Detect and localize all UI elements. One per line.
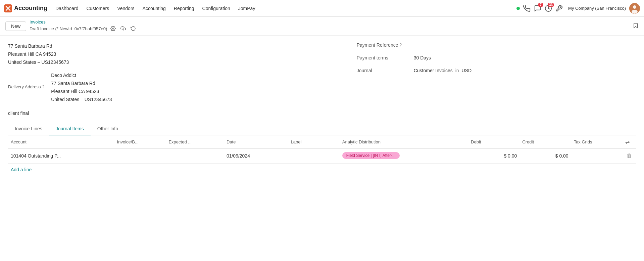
wrench-icon <box>555 5 563 12</box>
undo-icon-btn[interactable] <box>129 25 137 33</box>
phone-icon <box>523 5 531 12</box>
cell-delete[interactable]: 🗑 <box>623 148 636 163</box>
nav-jompay[interactable]: JomPay <box>235 4 259 13</box>
journal-value-group: Customer Invoices in USD <box>414 68 472 73</box>
cell-taxgrids <box>571 148 623 163</box>
journal-name[interactable]: Customer Invoices <box>414 68 453 73</box>
col-header-debit: Debit <box>468 135 519 149</box>
cell-analytic[interactable]: Field Service | [INT] After-... <box>340 148 468 163</box>
top-form-area: 77 Santa Barbara Rd Pleasant Hill CA 945… <box>8 42 636 107</box>
left-form-section: 77 Santa Barbara Rd Pleasant Hill CA 945… <box>8 42 343 107</box>
right-form-section: Payment Reference ? Payment terms 30 Day… <box>357 42 636 107</box>
svg-point-5 <box>112 28 114 29</box>
delivery-name: Deco Addict <box>51 72 112 80</box>
messages-badge: 7 <box>538 3 543 7</box>
online-indicator <box>516 7 520 10</box>
journal-items-panel: Account Invoice/B... Expected ... Date L… <box>8 135 636 176</box>
cell-date[interactable]: 01/09/2024 <box>224 148 288 163</box>
odoo-logo-icon <box>4 4 12 12</box>
company-name[interactable]: My Company (San Francisco) <box>568 6 626 11</box>
analytic-tag[interactable]: Field Service | [INT] After-... <box>342 152 400 159</box>
upload-icon <box>120 26 126 31</box>
activity-icon-btn[interactable]: 33 <box>545 5 552 12</box>
upload-icon-btn[interactable] <box>119 25 127 33</box>
phone-icon-btn[interactable] <box>523 5 531 12</box>
journal-currency[interactable]: USD <box>462 68 472 73</box>
undo-icon <box>131 26 136 31</box>
bookmark-icon[interactable] <box>633 23 639 29</box>
journal-row: Journal Customer Invoices in USD <box>357 68 636 73</box>
svg-point-3 <box>633 5 636 9</box>
settings-gear-icon-btn[interactable] <box>109 25 117 33</box>
fields-grid: Payment Reference ? Payment terms 30 Day… <box>357 42 636 77</box>
col-header-date: Date <box>224 135 288 149</box>
app-name: Accounting <box>14 5 47 12</box>
payment-ref-help-icon[interactable]: ? <box>399 43 402 47</box>
payment-reference-label: Payment Reference ? <box>357 42 407 48</box>
top-navigation: Accounting Dashboard Customers Vendors A… <box>0 0 644 17</box>
cell-credit[interactable]: $ 0.00 <box>519 148 571 163</box>
nav-dashboard[interactable]: Dashboard <box>52 4 82 13</box>
col-header-account: Account <box>8 135 114 149</box>
delete-row-button[interactable]: 🗑 <box>627 153 632 159</box>
delivery-line3: United States – US12345673 <box>51 96 112 104</box>
tab-journal-items[interactable]: Journal Items <box>49 123 91 135</box>
nav-vendors[interactable]: Vendors <box>114 4 138 13</box>
column-adjust-icon[interactable]: ⇌ <box>625 139 630 145</box>
cell-label <box>288 148 340 163</box>
status-dot[interactable] <box>516 7 520 10</box>
primary-address-block: 77 Santa Barbara Rd Pleasant Hill CA 945… <box>8 42 343 66</box>
gear-icon <box>110 26 116 31</box>
delivery-address-value: Deco Addict 77 Santa Barbara Rd Pleasant… <box>51 72 112 103</box>
cell-invoice <box>114 148 166 163</box>
main-content: 77 Santa Barbara Rd Pleasant Hill CA 945… <box>0 36 644 182</box>
toolbar: New Invoices Draft Invoice (* NewId_0x7f… <box>0 17 644 36</box>
delivery-address-section: Delivery Address ? Deco Addict 77 Santa … <box>8 72 343 103</box>
col-header-invoice: Invoice/B... <box>114 135 166 149</box>
nav-customers[interactable]: Customers <box>83 4 113 13</box>
payment-terms-label: Payment terms <box>357 55 407 60</box>
activity-badge: 33 <box>548 3 554 7</box>
payment-terms-row: Payment terms 30 Days <box>357 55 636 60</box>
nav-icon-area: 7 33 My Company (San Francisco) <box>516 3 640 14</box>
app-logo[interactable]: Accounting <box>4 4 47 12</box>
tab-invoice-lines[interactable]: Invoice Lines <box>8 123 49 135</box>
payment-terms-value[interactable]: 30 Days <box>414 55 431 60</box>
new-button[interactable]: New <box>5 21 26 31</box>
cell-expected <box>166 148 224 163</box>
nav-reporting[interactable]: Reporting <box>170 4 198 13</box>
cell-account[interactable]: 101404 Outstanding P... <box>8 148 114 163</box>
breadcrumb: Invoices Draft Invoice (* NewId_0x7f7bab… <box>30 19 137 33</box>
delivery-address-row: Delivery Address ? Deco Addict 77 Santa … <box>8 72 343 103</box>
payment-reference-row: Payment Reference ? <box>357 42 636 48</box>
col-header-taxgrids: Tax Grids <box>571 135 623 149</box>
user-avatar[interactable] <box>629 3 640 14</box>
cell-debit[interactable]: $ 0.00 <box>468 148 519 163</box>
tab-bar: Invoice Lines Journal Items Other Info <box>8 123 636 135</box>
nav-configuration[interactable]: Configuration <box>199 4 234 13</box>
col-header-expected: Expected ... <box>166 135 224 149</box>
settings-icon-btn[interactable] <box>555 5 563 12</box>
col-header-credit: Credit <box>519 135 571 149</box>
address-line1: 77 Santa Barbara Rd <box>8 42 343 50</box>
delivery-line2: Pleasant Hill CA 94523 <box>51 88 112 96</box>
journal-items-table: Account Invoice/B... Expected ... Date L… <box>8 135 636 164</box>
avatar-icon <box>629 3 640 14</box>
col-header-analytic: Analytic Distribution <box>340 135 468 149</box>
delivery-help-icon[interactable]: ? <box>42 85 45 89</box>
journal-in-text: in <box>455 68 459 73</box>
journal-label: Journal <box>357 68 407 73</box>
tab-other-info[interactable]: Other Info <box>91 123 125 135</box>
table-row: 101404 Outstanding P... 01/09/2024 Field… <box>8 148 636 163</box>
nav-accounting[interactable]: Accounting <box>139 4 169 13</box>
delivery-line1: 77 Santa Barbara Rd <box>51 80 112 88</box>
address-line3: United States – US12345673 <box>8 58 343 67</box>
client-note: client final <box>8 111 636 116</box>
col-header-actions: ⇌ <box>623 135 636 149</box>
messages-icon-btn[interactable]: 7 <box>534 5 541 12</box>
address-line2: Pleasant Hill CA 94523 <box>8 50 343 58</box>
add-line-button[interactable]: Add a line <box>8 164 34 176</box>
breadcrumb-current: Draft Invoice (* NewId_0x7f7babf957e0) <box>30 26 107 31</box>
col-header-label: Label <box>288 135 340 149</box>
breadcrumb-parent[interactable]: Invoices <box>30 19 137 25</box>
